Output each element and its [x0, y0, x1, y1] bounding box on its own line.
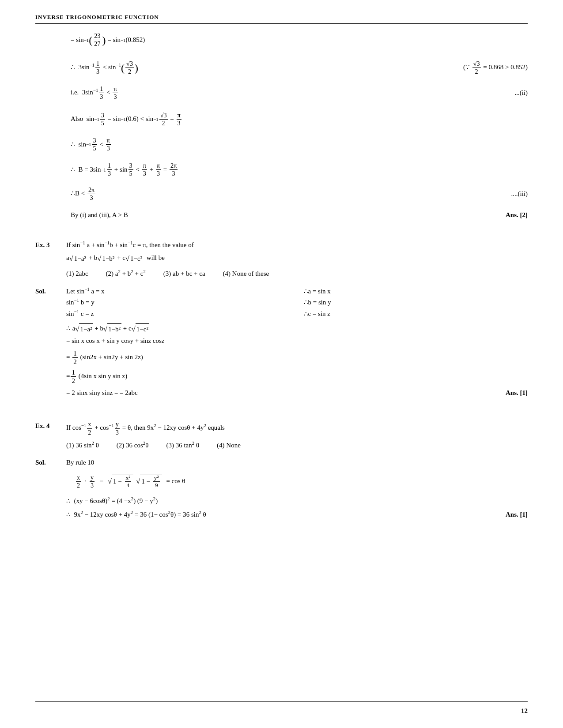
ex4-opt3: (3) 36 tan2 θ	[166, 440, 199, 451]
sol3-line1a: Let sin−1 a = x	[66, 286, 291, 297]
sol3-line3a: sin−1 c = z	[66, 308, 291, 320]
sol3-line2a: sin−1 b = y	[66, 297, 291, 308]
ex4-opt4: (4) None	[217, 440, 241, 451]
ex4-options: (1) 36 sin2 θ (2) 36 cos2θ (3) 36 tan2 θ…	[66, 440, 528, 451]
ex4-opt2: (2) 36 cos2θ	[117, 440, 149, 451]
sol4-row: Sol. By rule 10 x2 · y3 − √1 − x²4 √1 − …	[35, 457, 528, 522]
sol4-final: ∴ 9x2 − 12xy cosθ + 4y2 = 36 (1− cos2θ) …	[66, 509, 528, 521]
ex3-problem: If sin−1 a + sin−1b + sin−1c = π, then t…	[66, 240, 528, 251]
ex4-content: If cos−1x2 + cos−1y3 = θ, then 9x2 − 12x…	[66, 420, 528, 454]
ex3-opt4: (4) None of these	[223, 268, 269, 280]
sol3-line2b: ∴b = sin y	[304, 297, 528, 308]
line-B: ∴ B = 3sin−113 + sin35 < π3 + π3 = 2π3	[71, 162, 528, 177]
sol3-assignments: Let sin−1 a = x sin−1 b = y sin−1 c = z …	[66, 286, 528, 320]
answer-1: Ans. [2]	[506, 210, 528, 221]
sol3-line1b: ∴a = sin x	[304, 286, 528, 297]
sol4-expr: x2 · y3 − √1 − x²4 √1 − y²9 = cos θ	[75, 474, 528, 489]
page-header: INVERSE TRIGONOMETRIC FUNCTION	[35, 13, 528, 24]
page: INVERSE TRIGONOMETRIC FUNCTION = sin−1(2…	[0, 0, 563, 728]
ex3-opt2: (2) a2 + b2 + c2	[106, 268, 146, 280]
ex3-opt1: (1) 2abc	[66, 268, 88, 280]
sol4-label: Sol.	[35, 457, 62, 469]
ex3-label: Ex. 3	[35, 240, 62, 251]
sol4-content: By rule 10 x2 · y3 − √1 − x²4 √1 − y²9 =…	[66, 457, 528, 522]
line-ineq1: ∴ 3sin−113 < sin−1(√32) (∵ √32 = 0.868 >…	[35, 60, 528, 75]
sol3-content: Let sin−1 a = x sin−1 b = y sin−1 c = z …	[66, 286, 528, 401]
sol3-col-left: Let sin−1 a = x sin−1 b = y sin−1 c = z	[66, 286, 291, 320]
sol3-step4: =12 (4sin x sin y sin z)	[66, 368, 528, 385]
line-conclusion1: By (i) and (iii), A > B Ans. [2]	[35, 210, 528, 221]
sol3-label: Sol.	[35, 286, 62, 297]
sol3-final: = 2 sinx siny sinz = = 2abc Ans. [1]	[66, 387, 528, 399]
ex3-content: If sin−1 a + sin−1b + sin−1c = π, then t…	[66, 240, 528, 283]
ex3-options: (1) 2abc (2) a2 + b2 + c2 (3) ab + bc + …	[66, 268, 528, 280]
ex3-opt3: (3) ab + bc + ca	[163, 268, 205, 280]
line-sin-inverse: = sin−1(2327) = sin−1 (0.852)	[71, 32, 528, 48]
page-number: 12	[521, 707, 528, 715]
sol4-step1: ∴ (xy − 6cosθ)2 = (4 −x2) (9 − y2)	[66, 495, 528, 507]
ex4-opt1: (1) 36 sin2 θ	[66, 440, 99, 451]
sol3-step3: = 12 (sin2x + sin2y + sin 2z)	[66, 349, 528, 366]
answer-4: Ans. [1]	[506, 509, 528, 521]
page-title: INVERSE TRIGONOMETRIC FUNCTION	[35, 14, 159, 20]
sol3-final-text: = 2 sinx siny sinz = = 2abc	[66, 387, 506, 399]
answer-3: Ans. [1]	[506, 387, 528, 399]
sol3-col-right: ∴a = sin x ∴b = sin y ∴c = sin z	[304, 286, 528, 320]
ex3-expr: a√1−a² + b√1−b² + c√1−c² will be	[66, 252, 528, 265]
example-3-row: Ex. 3 If sin−1 a + sin−1b + sin−1c = π, …	[35, 240, 528, 283]
sol3-step1: ∴ a√1−a² + b√1−b² + c√1−c²	[66, 323, 528, 335]
line-sin3-5: ∴ sin−135 < π3	[71, 137, 528, 152]
footer-line	[35, 701, 528, 702]
conclusion-text: By (i) and (iii), A > B	[71, 210, 506, 221]
ex4-problem: If cos−1x2 + cos−1y3 = θ, then 9x2 − 12x…	[66, 420, 528, 436]
content-area: = sin−1(2327) = sin−1 (0.852) ∴ 3sin−113…	[35, 32, 528, 522]
line-ineq2: i.e. 3sin−113 < π3 ...(ii)	[35, 85, 528, 101]
sol4-final-text: ∴ 9x2 − 12xy cosθ + 4y2 = 36 (1− cos2θ) …	[66, 509, 506, 521]
line-also: Also sin−135 = sin−1 (0.6) < sin−1√32 = …	[71, 112, 528, 127]
ex4-label: Ex. 4	[35, 420, 62, 432]
sol3-step2: = sin x cos x + sin y cosy + sinz cosz	[66, 335, 528, 347]
sol3-row: Sol. Let sin−1 a = x sin−1 b = y sin−1 c…	[35, 286, 528, 401]
sol3-line3b: ∴c = sin z	[304, 308, 528, 320]
line-B-less: ∴B < 2π3 ....(iii)	[35, 186, 528, 202]
example-4-row: Ex. 4 If cos−1x2 + cos−1y3 = θ, then 9x2…	[35, 420, 528, 454]
sol4-byrule: By rule 10	[66, 457, 528, 469]
